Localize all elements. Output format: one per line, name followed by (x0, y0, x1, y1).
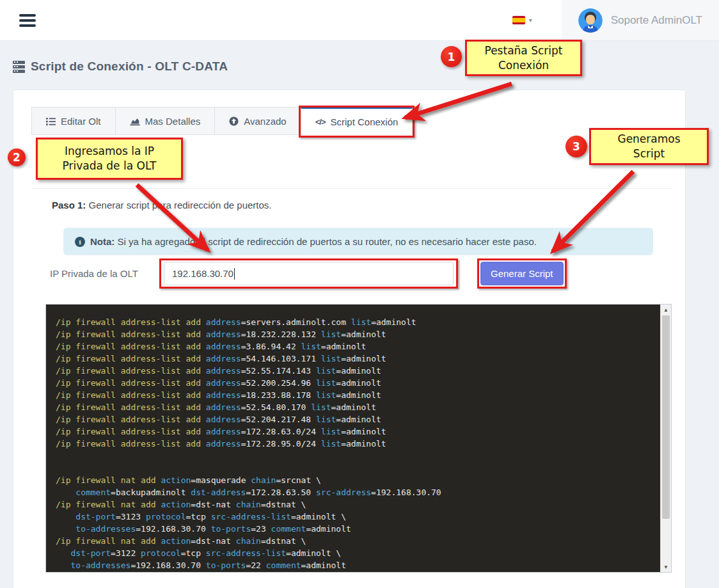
scrollbar-thumb[interactable] (662, 315, 670, 519)
language-dropdown[interactable]: ▾ (512, 16, 532, 24)
tab-bar: Editar Olt Mas Detalles Avanzado </> Scr… (31, 107, 685, 135)
ip-form-row: IP Privada de la OLT 192.168.30.70 Gener… (50, 262, 685, 285)
page-header: Script de Conexión - OLT C-DATA (13, 60, 719, 74)
scroll-up-icon[interactable]: ▲ (661, 305, 671, 315)
server-icon (13, 61, 25, 73)
arrow-circle-up-icon (229, 116, 239, 126)
menu-hamburger-icon[interactable] (19, 12, 37, 29)
divider (31, 188, 672, 189)
chart-area-icon (130, 116, 140, 126)
ip-input[interactable]: 192.168.30.70 (164, 262, 454, 285)
tab-mas-detalles[interactable]: Mas Detalles (115, 107, 215, 135)
tab-avanzado[interactable]: Avanzado (214, 107, 300, 135)
user-menu[interactable]: Soporte AdminOLT (562, 0, 719, 40)
script-output-box: /ip firewall address-list add address=se… (45, 304, 672, 573)
code-icon: </> (315, 117, 326, 127)
note-alert: i Nota: Si ya ha agregado el script de r… (63, 228, 653, 255)
text-cursor (234, 268, 235, 280)
list-icon (46, 116, 56, 126)
chevron-down-icon: ▾ (529, 17, 532, 24)
avatar (578, 8, 603, 33)
top-navbar: ▾ Soporte AdminOLT (0, 0, 719, 41)
tab-editar-olt[interactable]: Editar Olt (31, 107, 115, 135)
spain-flag-icon (512, 16, 525, 24)
info-icon: i (75, 237, 85, 247)
user-name: Soporte AdminOLT (611, 14, 702, 27)
scrollbar[interactable]: ▲ ▼ (660, 305, 671, 572)
script-output[interactable]: /ip firewall address-list add address=se… (46, 305, 660, 572)
generate-script-button[interactable]: Generar Script (480, 262, 564, 285)
page-title: Script de Conexión - OLT C-DATA (31, 60, 228, 74)
tab-script-conexion[interactable]: </> Script Conexión (301, 107, 413, 135)
ip-label: IP Privada de la OLT (50, 268, 164, 279)
content-card: Editar Olt Mas Detalles Avanzado </> Scr… (13, 90, 686, 588)
scroll-down-icon[interactable]: ▼ (661, 562, 671, 572)
step-instruction: Paso 1: Generar script para redirección … (52, 200, 685, 211)
